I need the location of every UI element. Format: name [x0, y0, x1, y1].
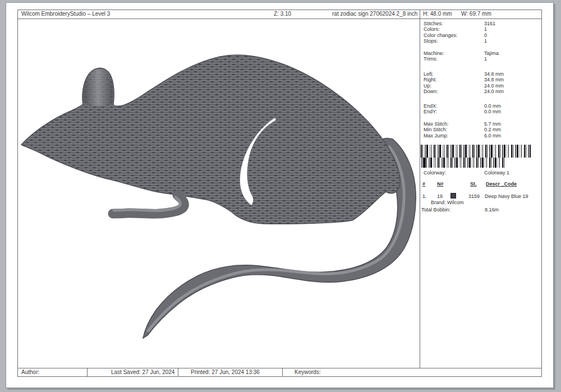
footer-separator [87, 368, 88, 377]
app-title: Wilcom EmbroideryStudio – Level 3 [21, 10, 110, 19]
stats-extents: Left:34.8 mm Right:34.8 mm Up:24.0 mm Do… [424, 71, 539, 95]
rat-body [21, 55, 400, 224]
stat-row: Max Stitch:5.7 mm [424, 121, 539, 127]
stat-row: EndX:0.0 mm [424, 103, 539, 109]
print-preview-window: Wilcom EmbroideryStudio – Level 3 Z: 3.1… [0, 0, 561, 392]
stats-end: EndX:0.0 mm EndY:0.0 mm [424, 103, 539, 115]
hoop-height: H: 48.0 mm [423, 10, 452, 19]
stat-row: Max Jump:6.0 mm [424, 133, 539, 139]
col-header-needle: N# [437, 181, 444, 187]
author-label: Author: [21, 368, 39, 377]
zoom-level: Z: 3.10 [274, 10, 291, 19]
colorway-value: Colorway 1 [484, 170, 509, 176]
footer-separator [178, 368, 178, 377]
thread-row-stitches: 3159 [468, 193, 480, 199]
stat-row: Left:34.8 mm [424, 71, 539, 77]
stat-row: Color changes:0 [424, 33, 539, 38]
stat-row: Up:24.0 mm [424, 83, 539, 89]
stats-counts: Stitches:3161 Colors:1 Color changes:0 S… [424, 21, 539, 44]
stat-row: Stops:1 [424, 38, 539, 44]
stat-row: Min Stitch:0.2 mm [424, 127, 539, 132]
stat-row: Right:34.8 mm [424, 77, 539, 82]
col-header-stitches: St. [470, 181, 477, 187]
design-barcode-row2 [421, 158, 505, 168]
col-header-descr: Descr _Code [486, 181, 517, 187]
footer-divider [17, 368, 542, 368]
printed-label: Printed: 27 Jun, 2024 13:36 [191, 368, 260, 377]
rat-embroidery-design [17, 19, 420, 368]
total-bobbin-value: 8.16m [485, 207, 499, 213]
keywords-label: Keywords: [295, 368, 321, 377]
stat-row: Colors:1 [424, 26, 539, 32]
stat-row: Trims:1 [424, 56, 539, 62]
rat-ear [84, 69, 113, 106]
design-name: rat zodiac sign 27062024 2_8 inch [332, 10, 417, 19]
info-panel-divider [420, 10, 420, 368]
stat-row: EndY:0.0 mm [424, 109, 539, 114]
rat-front-paw [113, 195, 184, 214]
thread-row-needle: 19 [437, 193, 443, 199]
col-header-num: # [422, 181, 425, 187]
last-saved-label: Last Saved: 27 Jun, 2024 [111, 368, 174, 377]
footer-separator [282, 368, 283, 377]
thread-swatch [450, 193, 456, 199]
thread-row-brand: Brand: Wilcom [431, 200, 464, 205]
stat-row: Machine:Tajima [424, 50, 539, 56]
stat-row: Down:24.0 mm [424, 89, 539, 94]
thread-row-num: 1. [422, 193, 427, 199]
hoop-width: W: 69.7 mm [461, 10, 491, 19]
total-bobbin-label: Total Bobbin: [421, 207, 450, 213]
stats-stitch-lengths: Max Stitch:5.7 mm Min Stitch:0.2 mm Max … [424, 121, 539, 139]
thread-row-descr: Deep Navy Blue 19 [485, 193, 528, 199]
stat-row: Stitches:3161 [424, 21, 539, 26]
colorway-label: Colorway: [424, 170, 446, 176]
stats-machine: Machine:Tajima Trims:1 [424, 50, 539, 62]
design-barcode-row1 [421, 145, 531, 158]
